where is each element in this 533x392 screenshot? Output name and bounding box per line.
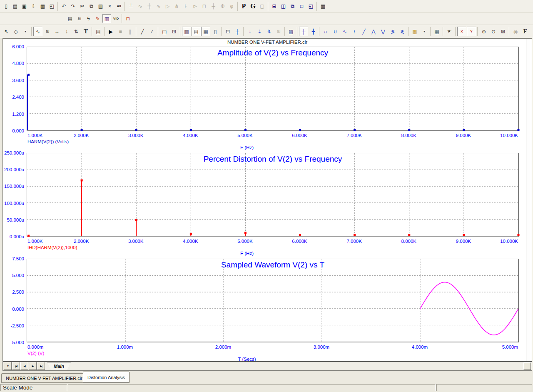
paste-icon[interactable]: ▥ [96,2,105,10]
waveform-x-ticks: 0.000m1.000m2.000m3.000m4.000m5.000m [27,345,518,350]
last-page-button[interactable]: ▶| [37,362,45,370]
zoom-region-icon[interactable]: ⊠ [498,27,508,36]
select-region-icon[interactable]: ▢ [160,27,169,36]
power-text-icon[interactable]: P [239,2,248,10]
zoom-in-icon[interactable]: ⊕ [479,27,488,36]
polyline-tool-icon[interactable]: ∕ [147,27,157,36]
select-arrow-icon[interactable]: ↖ [2,27,11,36]
x-scale-icon[interactable]: X [457,27,466,36]
y-tick-label: 3.600 [12,78,24,83]
waveform-legend[interactable]: V(2) (V) [27,351,44,356]
select-all-icon[interactable]: All [115,2,123,10]
maximize-window-icon[interactable]: □ [297,2,306,10]
save-all-icon[interactable]: ⇩ [29,2,38,10]
zoom-out-icon[interactable]: ⊖ [489,27,498,36]
line-tool-icon[interactable]: ╱ [138,27,147,36]
save-file-icon[interactable]: ▣ [20,2,29,10]
valley-icon[interactable]: ∪ [331,27,340,36]
first-page-button[interactable]: |◀ [12,362,20,370]
distortion-plot-area[interactable]: Percent Distortion of V(2) vs Frequency [27,153,519,237]
split-horizontal-icon[interactable]: ⊟ [270,2,279,10]
properties-icon[interactable]: ▤ [94,27,103,36]
optimize-icon[interactable]: ✎ [93,14,102,23]
graphics-dropdown-icon[interactable]: ▼ [21,27,30,36]
bottom-envelope-icon[interactable]: ≶ [388,27,397,36]
vertical-tag-icon[interactable]: ↕ [62,27,71,36]
vertical-scrollbar[interactable] [526,39,531,361]
y-tick-label: 50.000u [7,217,24,222]
data-points-table-icon[interactable]: ▦ [432,27,441,36]
page-tab-main[interactable]: Main [47,362,71,370]
x-tick-label: 2.000K [74,133,89,138]
next-valley-icon[interactable]: ≀ [350,27,359,36]
split-vertical-icon[interactable]: ◫ [279,2,288,10]
waveform-buffer-icon[interactable]: ▨ [286,27,296,36]
go-to-y-icon[interactable]: ⇣ [255,27,264,36]
p-measure-icon[interactable]: 'P' [445,27,454,36]
go-to-branch-icon[interactable]: ↯ [264,27,274,36]
vid-probe-icon[interactable]: VID [112,14,120,23]
go-to-x-icon[interactable]: ↓ [245,27,254,36]
distortion-legend[interactable]: IHD(HARM(V(2)),1000) [27,245,77,250]
horizontal-tag-icon[interactable]: ↔ [52,27,62,36]
data-grid-icon[interactable]: ⊞ [169,27,179,36]
x-tick-label: 10.000K [500,239,518,244]
horizontal-gridlines-icon[interactable]: ▤ [192,27,201,36]
global-low-icon[interactable]: ⋁ [379,27,388,36]
window-tab-circuit[interactable]: NUMBER ONE V-FET AMPLIFIER.cir [1,373,87,383]
top-envelope-icon[interactable]: ≷ [398,27,407,36]
waveform-select-icon[interactable]: ≋ [43,27,52,36]
text-tool-icon[interactable]: T [81,27,90,36]
next-page-button[interactable]: ▶ [29,362,37,370]
waveform-y-ticks: 7.5005.0002.5000.000-2.500-5.000 [3,259,25,342]
calculator-icon[interactable]: ▦ [319,2,327,10]
cursor-free-icon[interactable]: ╋ [309,27,318,36]
analysis-plot-icon[interactable]: ▥ [102,14,111,23]
vertical-gridlines-icon[interactable]: ▥ [182,27,191,36]
amplitude-legend[interactable]: HARM(V(2)) (Volts) [27,139,69,144]
run-button[interactable]: ▶ [106,27,115,36]
copy-icon[interactable]: ⧉ [87,2,96,10]
open-file-icon[interactable]: ▤ [11,2,20,10]
y-scale-icon[interactable]: Y [467,27,476,36]
stepping-icon[interactable]: ϟ [84,14,93,23]
prev-page-button[interactable]: ◀ [20,362,28,370]
fourier-icon[interactable]: F [521,27,530,36]
page-list-button[interactable]: ▼ [4,362,12,370]
overlap-windows-icon[interactable]: ◱ [306,2,315,10]
hscroll-end-button[interactable] [523,362,531,370]
new-file-icon[interactable]: ▯ [2,2,10,10]
waveform-plot-area[interactable]: Sampled Waveform V(2) vs T [27,259,519,342]
print-preview-icon[interactable]: ◰ [47,2,56,10]
peak-icon[interactable]: ∩ [321,27,330,36]
delete-icon[interactable]: × [105,2,114,10]
distortion-x-axis-label: F (Hz) [3,251,491,256]
tracker-icon[interactable]: ┼ [233,27,242,36]
grid-text-icon[interactable]: G [249,2,257,10]
split-plot-icon[interactable]: ⊟ [223,27,232,36]
scope-icon[interactable]: ⊓ [124,14,132,23]
x-tick-label: 2.000K [74,239,89,244]
nmos-transistor-icon: ⊦ [182,2,190,10]
analysis-limits-icon[interactable]: ▤ [66,14,75,23]
cursor-mode-icon[interactable]: ∿ [33,27,42,36]
y-tick-label: 2.400 [12,95,24,100]
print-icon[interactable]: ▦ [38,2,47,10]
cascade-windows-icon[interactable]: ⧉ [288,2,297,10]
performance-tag-icon[interactable]: ⇅ [72,27,81,36]
next-peak-icon[interactable]: ∿ [340,27,349,36]
graphics-shapes-icon[interactable]: ◇ [11,27,20,36]
global-high-icon[interactable]: ⋀ [369,27,378,36]
undo-icon[interactable]: ↶ [60,2,68,10]
minor-gridlines-icon[interactable]: ▯ [211,27,220,36]
branches-dropdown-icon[interactable]: ▼ [420,27,429,36]
amplitude-plot-area[interactable]: Amplitude of V(2) vs Frequency [27,47,519,131]
cut-icon[interactable]: ✂ [78,2,87,10]
window-tab-distortion-analysis[interactable]: Distortion Analysis [83,372,130,383]
grid-both-icon[interactable]: ▦ [201,27,210,36]
redo-icon[interactable]: ↷ [69,2,77,10]
label-branches-icon[interactable]: ▧ [410,27,419,36]
slope-icon[interactable]: ╱ [359,27,369,36]
waveform-source-icon[interactable]: ≋ [75,14,84,23]
cursor-lock-icon[interactable]: ┼ [299,27,308,36]
